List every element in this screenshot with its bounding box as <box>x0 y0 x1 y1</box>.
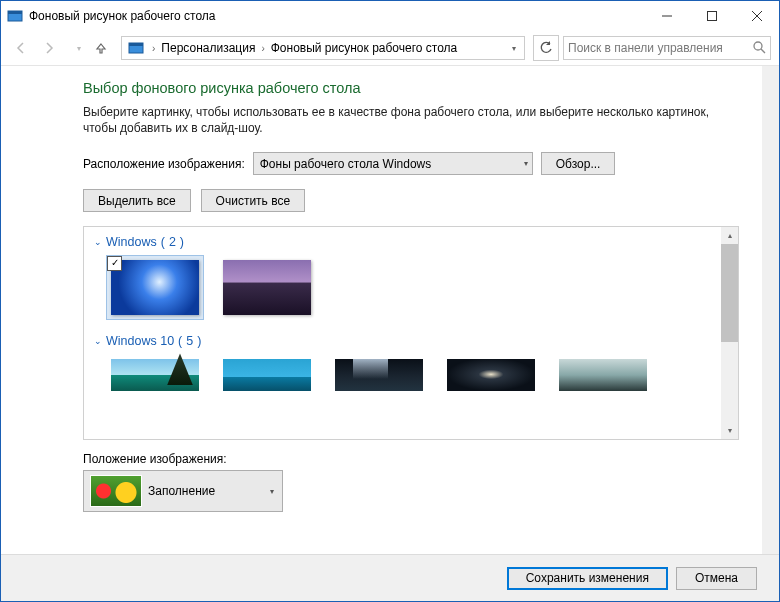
chevron-down-icon: ⌄ <box>94 237 102 247</box>
maximize-button[interactable] <box>689 1 734 31</box>
wallpaper-thumb[interactable] <box>330 354 428 396</box>
wallpaper-image <box>223 260 311 315</box>
navbar: ▾ › Персонализация › Фоновый рисунок раб… <box>1 31 779 66</box>
svg-rect-3 <box>707 12 716 21</box>
breadcrumb-item-personalization[interactable]: Персонализация <box>159 41 257 55</box>
chevron-down-icon: ⌄ <box>94 336 102 346</box>
group-windows10[interactable]: ⌄ Windows 10 (5) <box>94 334 720 348</box>
wallpaper-thumb[interactable]: ✓ <box>106 255 204 320</box>
svg-point-8 <box>754 42 762 50</box>
wallpaper-thumb[interactable] <box>218 354 316 396</box>
search-icon <box>752 40 766 57</box>
window-controls <box>644 1 779 31</box>
svg-rect-7 <box>129 43 143 46</box>
minimize-button[interactable] <box>644 1 689 31</box>
wallpaper-image <box>335 359 423 391</box>
select-all-button[interactable]: Выделить все <box>83 189 191 212</box>
position-preview-icon <box>90 475 142 507</box>
chevron-right-icon: › <box>152 43 155 54</box>
forward-button[interactable] <box>37 36 61 60</box>
titlebar: Фоновый рисунок рабочего стола <box>1 1 779 31</box>
wallpaper-thumb[interactable] <box>218 255 316 320</box>
wallpaper-image <box>223 359 311 391</box>
group-windows[interactable]: ⌄ Windows (2) <box>94 235 720 249</box>
save-button[interactable]: Сохранить изменения <box>507 567 668 590</box>
breadcrumb-item-wallpaper[interactable]: Фоновый рисунок рабочего стола <box>269 41 460 55</box>
wallpaper-thumb[interactable] <box>106 354 204 396</box>
back-button[interactable] <box>9 36 33 60</box>
wallpaper-thumb[interactable] <box>442 354 540 396</box>
chevron-down-icon: ▾ <box>270 487 282 496</box>
wallpaper-thumb[interactable] <box>554 354 652 396</box>
position-value: Заполнение <box>148 484 215 498</box>
cancel-button[interactable]: Отмена <box>676 567 757 590</box>
clear-all-button[interactable]: Очистить все <box>201 189 305 212</box>
search-input[interactable]: Поиск в панели управления <box>563 36 771 60</box>
app-icon <box>7 8 23 24</box>
scroll-thumb[interactable] <box>721 244 738 342</box>
close-button[interactable] <box>734 1 779 31</box>
wallpaper-image <box>111 260 199 315</box>
scroll-up-icon[interactable]: ▴ <box>721 227 738 244</box>
location-value: Фоны рабочего стола Windows <box>260 157 432 171</box>
location-label: Расположение изображения: <box>83 157 245 171</box>
content-area: Выбор фонового рисунка рабочего стола Вы… <box>1 66 779 554</box>
up-button[interactable] <box>89 36 113 60</box>
svg-line-9 <box>761 49 765 53</box>
footer: Сохранить изменения Отмена <box>1 554 779 601</box>
wallpaper-image <box>111 359 199 391</box>
breadcrumb-dropdown[interactable]: ▾ <box>506 44 522 53</box>
grid-scrollbar[interactable]: ▴ ▾ <box>721 227 738 439</box>
recent-button[interactable]: ▾ <box>73 36 85 60</box>
position-combobox[interactable]: Заполнение ▾ <box>83 470 283 512</box>
checkbox-checked-icon[interactable]: ✓ <box>107 256 122 271</box>
window-title: Фоновый рисунок рабочего стола <box>29 9 644 23</box>
thumbs-windows10 <box>106 354 720 396</box>
thumbs-windows: ✓ <box>106 255 720 320</box>
page-description: Выберите картинку, чтобы использовать ее… <box>83 104 739 136</box>
wallpaper-image <box>559 359 647 391</box>
search-placeholder: Поиск в панели управления <box>568 41 752 55</box>
refresh-button[interactable] <box>533 35 559 61</box>
wallpaper-grid: ⌄ Windows (2) ✓ ⌄ Windows 10 (5) <box>83 226 739 440</box>
window: Фоновый рисунок рабочего стола ▾ › Персо… <box>0 0 780 602</box>
page-title: Выбор фонового рисунка рабочего стола <box>83 80 739 96</box>
wallpaper-image <box>447 359 535 391</box>
location-combobox[interactable]: Фоны рабочего стола Windows ▾ <box>253 152 533 175</box>
location-icon <box>128 40 144 56</box>
position-label: Положение изображения: <box>83 452 739 466</box>
scroll-track[interactable] <box>721 244 738 422</box>
breadcrumb[interactable]: › Персонализация › Фоновый рисунок рабоч… <box>121 36 525 60</box>
content-scrollbar[interactable] <box>762 66 779 554</box>
chevron-right-icon: › <box>261 43 264 54</box>
chevron-down-icon: ▾ <box>514 159 528 168</box>
scroll-down-icon[interactable]: ▾ <box>721 422 738 439</box>
svg-rect-1 <box>8 11 22 14</box>
position-section: Положение изображения: Заполнение ▾ <box>83 452 739 512</box>
browse-button[interactable]: Обзор... <box>541 152 616 175</box>
